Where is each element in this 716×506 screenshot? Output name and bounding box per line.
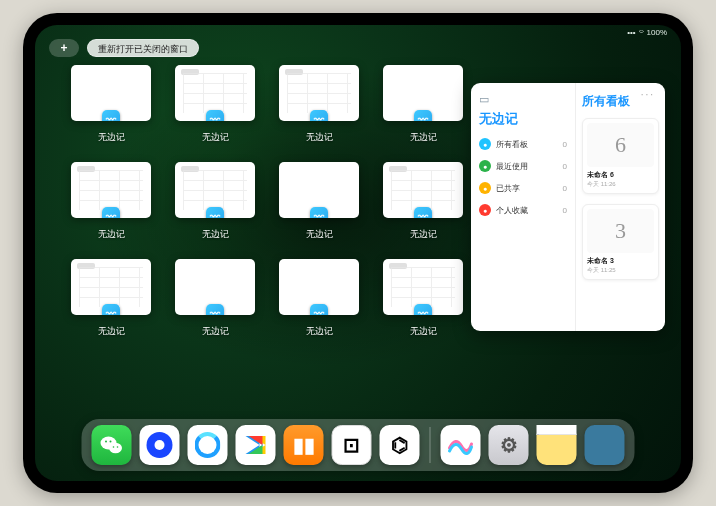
window-card[interactable]: 〰无边记: [175, 162, 255, 241]
window-card[interactable]: 〰无边记: [71, 162, 151, 241]
dock-app-books[interactable]: ▮▮: [284, 425, 324, 465]
dock: ▮▮⊡⌬⚙: [82, 419, 635, 471]
dock-app-notes[interactable]: [537, 425, 577, 465]
window-card[interactable]: 〰无边记: [71, 65, 151, 144]
svg-point-3: [110, 441, 112, 443]
window-label: 无边记: [279, 325, 359, 338]
window-card[interactable]: 〰无边记: [279, 65, 359, 144]
dock-app-ludo[interactable]: ⊡: [332, 425, 372, 465]
boards-list: 6未命名 6今天 11:263未命名 3今天 11:25: [582, 118, 659, 280]
filter-name: 最近使用: [496, 161, 558, 172]
freeform-app-icon: 〰: [102, 207, 120, 218]
window-label: 无边记: [279, 131, 359, 144]
board-name: 未命名 3: [587, 256, 654, 266]
window-label: 无边记: [175, 325, 255, 338]
window-label: 无边记: [71, 131, 151, 144]
window-thumbnail: 〰: [383, 162, 463, 218]
panel-sidebar: ▭ 无边记 ●所有看板0●最近使用0●已共享0●个人收藏0: [471, 83, 576, 331]
dock-app-settings[interactable]: ⚙: [489, 425, 529, 465]
freeform-app-icon: 〰: [310, 304, 328, 315]
window-thumbnail: 〰: [71, 259, 151, 315]
dock-separator: [430, 427, 431, 463]
freeform-app-icon: 〰: [206, 207, 224, 218]
dock-app-white[interactable]: [140, 425, 180, 465]
window-card[interactable]: 〰无边记: [175, 259, 255, 338]
board-preview: 6: [587, 123, 654, 167]
window-label: 无边记: [175, 228, 255, 241]
sidebar-toggle-icon[interactable]: ▭: [479, 93, 567, 106]
window-card[interactable]: 〰无边记: [383, 65, 463, 144]
signal-icon: •••: [627, 28, 635, 37]
ipad-frame: ••• ⌔ 100% + 重新打开已关闭的窗口 〰无边记〰无边记〰无边记〰无边记…: [23, 13, 693, 493]
svg-point-5: [117, 446, 119, 448]
window-label: 无边记: [71, 325, 151, 338]
filter-icon: ●: [479, 138, 491, 150]
filter-list: ●所有看板0●最近使用0●已共享0●个人收藏0: [479, 138, 567, 216]
dock-app-folder[interactable]: [585, 425, 625, 465]
freeform-app-icon: 〰: [310, 207, 328, 218]
filter-count: 0: [563, 184, 567, 193]
reopen-closed-window-button[interactable]: 重新打开已关闭的窗口: [87, 39, 199, 57]
filter-count: 0: [563, 206, 567, 215]
wifi-icon: ⌔: [639, 28, 644, 37]
window-thumbnail: 〰: [71, 65, 151, 121]
window-thumbnail: 〰: [383, 259, 463, 315]
window-thumbnail: 〰: [175, 259, 255, 315]
filter-row[interactable]: ●所有看板0: [479, 138, 567, 150]
dock-app-play[interactable]: [236, 425, 276, 465]
freeform-app-icon: 〰: [310, 110, 328, 121]
new-window-button[interactable]: +: [49, 39, 79, 57]
freeform-app-icon: 〰: [206, 110, 224, 121]
freeform-app-icon: 〰: [414, 304, 432, 315]
window-thumbnail: 〰: [175, 65, 255, 121]
filter-name: 所有看板: [496, 139, 558, 150]
filter-icon: ●: [479, 160, 491, 172]
board-card[interactable]: 3未命名 3今天 11:25: [582, 204, 659, 280]
filter-name: 个人收藏: [496, 205, 558, 216]
filter-name: 已共享: [496, 183, 558, 194]
panel-app-title: 无边记: [479, 110, 567, 128]
freeform-panel[interactable]: ··· ▭ 无边记 ●所有看板0●最近使用0●已共享0●个人收藏0 所有看板 6…: [471, 83, 665, 331]
board-card[interactable]: 6未命名 6今天 11:26: [582, 118, 659, 194]
app-switcher-area: 〰无边记〰无边记〰无边记〰无边记〰无边记〰无边记〰无边记〰无边记〰无边记〰无边记…: [65, 65, 481, 415]
window-label: 无边记: [175, 131, 255, 144]
window-card[interactable]: 〰无边记: [279, 259, 359, 338]
freeform-app-icon: 〰: [414, 207, 432, 218]
board-preview: 3: [587, 209, 654, 253]
svg-point-1: [109, 443, 122, 453]
dock-app-browser[interactable]: [188, 425, 228, 465]
filter-row[interactable]: ●个人收藏0: [479, 204, 567, 216]
window-card[interactable]: 〰无边记: [383, 259, 463, 338]
window-thumbnail: 〰: [71, 162, 151, 218]
top-controls: + 重新打开已关闭的窗口: [49, 39, 199, 57]
panel-menu-button[interactable]: ···: [641, 89, 655, 100]
window-card[interactable]: 〰无边记: [71, 259, 151, 338]
window-label: 无边记: [383, 228, 463, 241]
filter-row[interactable]: ●已共享0: [479, 182, 567, 194]
freeform-app-icon: 〰: [414, 110, 432, 121]
screen: ••• ⌔ 100% + 重新打开已关闭的窗口 〰无边记〰无边记〰无边记〰无边记…: [35, 25, 681, 481]
freeform-app-icon: 〰: [206, 304, 224, 315]
window-card[interactable]: 〰无边记: [175, 65, 255, 144]
window-card[interactable]: 〰无边记: [383, 162, 463, 241]
dock-app-freeform[interactable]: [441, 425, 481, 465]
status-bar: ••• ⌔ 100%: [627, 28, 667, 37]
dock-app-wechat[interactable]: [92, 425, 132, 465]
board-name: 未命名 6: [587, 170, 654, 180]
battery-text: 100%: [647, 28, 667, 37]
window-label: 无边记: [71, 228, 151, 241]
board-timestamp: 今天 11:26: [587, 180, 654, 189]
window-grid: 〰无边记〰无边记〰无边记〰无边记〰无边记〰无边记〰无边记〰无边记〰无边记〰无边记…: [65, 65, 481, 338]
filter-row[interactable]: ●最近使用0: [479, 160, 567, 172]
window-thumbnail: 〰: [383, 65, 463, 121]
window-card[interactable]: 〰无边记: [279, 162, 359, 241]
board-timestamp: 今天 11:25: [587, 266, 654, 275]
window-thumbnail: 〰: [279, 162, 359, 218]
dock-app-graph[interactable]: ⌬: [380, 425, 420, 465]
filter-count: 0: [563, 162, 567, 171]
filter-icon: ●: [479, 182, 491, 194]
window-label: 无边记: [279, 228, 359, 241]
freeform-app-icon: 〰: [102, 304, 120, 315]
filter-count: 0: [563, 140, 567, 149]
window-thumbnail: 〰: [175, 162, 255, 218]
